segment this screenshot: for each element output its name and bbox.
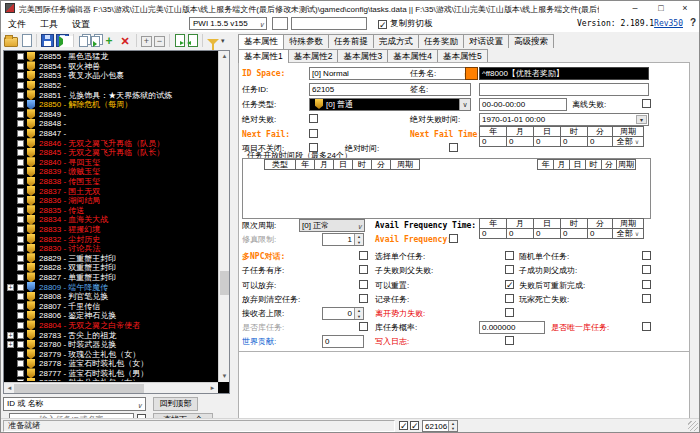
tab-main-6[interactable]: 高级搜索 [508,34,554,48]
version-link[interactable]: Rev350 [654,19,683,28]
tree-item-28827[interactable]: 28827 - 单重蟹王封印 [5,273,217,283]
tree-item-28853[interactable]: 28853 - 夜叉水晶小包裹 [5,71,217,81]
tab-sub-1[interactable]: 基本属性2 [288,49,339,62]
tree-item-checkbox[interactable] [17,111,24,118]
sub-success-checkbox[interactable] [642,265,651,274]
unique-pool-checkbox[interactable] [642,322,651,331]
tree-item-checkbox[interactable] [17,197,24,204]
scroll-down-icon[interactable]: ▼ [219,371,230,382]
player-death-fail-checkbox[interactable] [642,294,651,303]
tree-item-checkbox[interactable] [17,72,24,79]
tree-item-checkbox[interactable] [17,168,24,175]
time-value-input[interactable]: 0 [479,228,507,239]
time-limit-input[interactable]: 00-00-00:00 [479,98,567,111]
select-single-checkbox[interactable] [505,251,514,260]
tree-item-checkbox[interactable] [17,370,24,377]
giveup-clear-checkbox[interactable] [359,294,368,303]
tree-item-checkbox[interactable] [17,53,24,60]
tree-item-checkbox[interactable] [17,178,24,185]
scroll-thumb[interactable] [14,384,144,393]
stepper-buttons[interactable]: ▲▼ [448,421,457,431]
tree-item-checkbox[interactable] [17,351,24,358]
tree-item-checkbox[interactable] [17,236,24,243]
search-mode-combo[interactable]: ID 或 名称∨ [3,397,146,411]
menu-item-0[interactable]: 文件 [1,16,33,33]
avail-freq-checkbox[interactable] [449,234,458,243]
scroll-right-icon[interactable]: ► [207,383,218,394]
tab-main-5[interactable]: 对话设置 [463,34,509,48]
tree-item-checkbox[interactable] [17,360,24,367]
help-icon[interactable]: ? [690,17,696,28]
scroll-thumb[interactable] [220,271,229,295]
tree-item-checkbox[interactable] [17,101,24,108]
sub-fail-checkbox[interactable] [505,265,514,274]
record-task-checkbox[interactable] [505,294,514,303]
tree-item-checkbox[interactable] [17,63,24,70]
maximize-icon[interactable]: □ [649,1,673,16]
tree-item-28848[interactable]: 28848 - [5,119,217,129]
random-single-checkbox[interactable] [642,251,651,260]
time-value-input[interactable]: 0 [533,136,561,147]
back-to-top-button[interactable]: 回到顶部 [153,397,198,411]
copy-clipboard-checkbox[interactable] [378,20,387,29]
tab-main-4[interactable]: 任务奖励 [418,34,464,48]
status-checkbox-1[interactable] [399,421,408,430]
stepper-buttons[interactable]: ▲▼ [354,234,363,245]
tree-item-28838[interactable]: 28838 - 传国玉玺 [5,177,217,187]
tree-item-28835[interactable]: 28835 - 传送 [5,206,217,216]
pool-prob-input[interactable]: 0.000000 [479,321,545,334]
tree-item-28845[interactable]: 28845 - 无双之翼飞升再临（队长） [5,148,217,158]
date-picker-icon[interactable]: ▾ [636,115,647,124]
tree-item-checkbox[interactable] [17,159,24,166]
tree-item-checkbox[interactable] [17,130,24,137]
time-value-input[interactable]: 0 [560,136,588,147]
tab-sub-2[interactable]: 基本属性3 [337,49,388,62]
export-doc-icon[interactable] [188,34,198,47]
scroll-up-icon[interactable]: ▲ [219,51,230,62]
tab-main-3[interactable]: 完成方式 [373,34,419,48]
paste-icon[interactable] [91,36,100,47]
status-checkbox-2[interactable] [410,421,419,430]
receiver-limit-stepper[interactable]: 0▲▼ [322,307,364,320]
task-name-color-swatch[interactable] [465,67,478,80]
sub-ordered-checkbox[interactable] [359,265,368,274]
time-value-input[interactable]: 0 [587,228,613,239]
tree-item-28855[interactable]: 28855 - 黑色迅猛龙 [5,52,217,62]
tab-main-2[interactable]: 任务前提 [328,34,374,48]
can-giveup-checkbox[interactable] [359,280,368,289]
open-folder-icon[interactable] [4,37,18,47]
tree-item-checkbox[interactable] [17,379,24,381]
tree-item-checkbox[interactable] [17,120,24,127]
tree-item-checkbox[interactable] [17,255,24,262]
abs-time-checkbox[interactable] [449,143,458,152]
time-value-input[interactable]: 0 [479,136,507,147]
tree-horizontal-scrollbar[interactable]: ◄ ► [4,382,218,393]
color-box[interactable] [272,17,288,30]
redo-after-fail-checkbox[interactable] [642,280,651,289]
pwi-version-combo[interactable]: PWI 1.5.5 v155∨ [189,17,267,30]
tree-item-checkbox[interactable] [17,264,24,271]
time-value-input[interactable]: 0 [533,228,561,239]
offline-fail-checkbox[interactable] [642,99,651,108]
cultivation-limit-stepper[interactable]: 1▲▼ [322,233,364,246]
tree-item-28833[interactable]: 28833 - 猩攫幻境 [5,225,217,235]
save-icon[interactable] [41,34,54,47]
tree-item-checkbox[interactable] [17,207,24,214]
tree-item-checkbox[interactable] [17,322,24,329]
expand-icon[interactable]: + [7,332,14,339]
tree-item-checkbox[interactable] [17,92,24,99]
tree-item-checkbox[interactable] [17,274,24,281]
expand-icon[interactable]: + [7,341,14,348]
tree-vertical-scrollbar[interactable]: ▲ ▼ [218,51,229,382]
tree-item-28832[interactable]: 28832 - 尘封历史 [5,234,217,244]
expand-icon[interactable]: + [7,284,14,291]
is-pool-task-checkbox[interactable] [359,322,368,331]
can-reset-checkbox[interactable] [505,280,514,289]
leave-faction-fail-checkbox[interactable] [505,308,514,317]
task-type-combo[interactable]: [0] 普通∨ [309,98,471,111]
period-combo[interactable]: 全部∨ [612,136,644,147]
save-all-icon[interactable] [56,34,69,47]
quick-input[interactable] [291,17,367,30]
abs-fail-time-input[interactable]: 1970-01-01 00:00▾ [479,113,649,126]
menu-item-1[interactable]: 工具 [33,16,65,33]
